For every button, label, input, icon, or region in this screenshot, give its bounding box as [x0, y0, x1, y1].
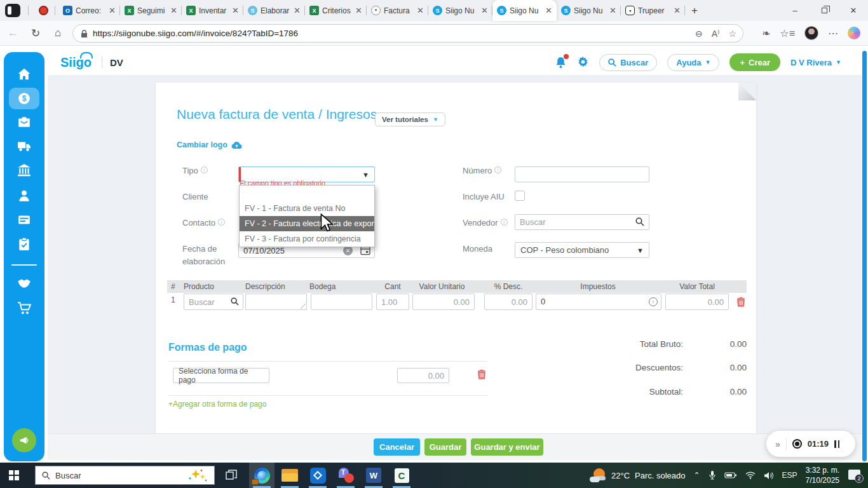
tab-close-icon[interactable]: ✕ [674, 6, 681, 15]
tutorials-button[interactable]: Ver tutoriales ▼ [375, 112, 445, 126]
tipo-option-3[interactable]: FV - 3 - Factura por contingencia [240, 231, 374, 247]
save-button[interactable]: Guardar [424, 438, 466, 456]
tab-inventario[interactable]: XInventar✕ [182, 0, 243, 21]
announcements-button[interactable] [12, 428, 36, 452]
help-button[interactable]: Ayuda ▼ [667, 54, 719, 71]
weather-widget[interactable]: 22°C Parc. soleado [590, 468, 686, 482]
siigo-logo[interactable]: Siigo [60, 55, 92, 70]
truck-icon[interactable] [17, 139, 31, 153]
home-icon[interactable] [17, 67, 31, 81]
settings-menu-icon[interactable]: ⋯ [828, 27, 838, 39]
payment-amount-input[interactable] [397, 368, 449, 383]
card-icon[interactable] [17, 213, 31, 227]
tab-close-icon[interactable]: ✕ [609, 6, 616, 15]
handshake-icon[interactable] [17, 276, 31, 290]
record-icon[interactable] [792, 439, 802, 449]
vendedor-input[interactable] [515, 214, 649, 230]
bodega-input[interactable] [311, 294, 372, 310]
language-indicator[interactable]: ESP [782, 471, 797, 480]
taskbar-app-explorer[interactable] [277, 463, 302, 488]
tab-actions-menu-icon[interactable] [5, 4, 20, 17]
add-payment-link[interactable]: +Agregar otra forma de pago [168, 400, 266, 409]
taskbar-app-word[interactable]: W [361, 463, 386, 488]
pause-icon[interactable] [834, 440, 839, 448]
descripcion-textarea[interactable] [245, 294, 307, 310]
url-text[interactable]: https://siigonube.siigo.com/#/invoice/82… [93, 29, 686, 38]
dollar-icon[interactable]: $ [17, 92, 31, 105]
microphone-icon[interactable] [709, 470, 716, 480]
gear-icon[interactable] [577, 57, 589, 69]
aiu-checkbox[interactable] [515, 191, 525, 201]
tab-siigo-active[interactable]: SSiigo Nu✕ [492, 0, 557, 21]
clear-date-icon[interactable]: ✕ [343, 246, 353, 255]
browser-essentials-icon[interactable]: ❧ [762, 27, 770, 39]
battery-icon[interactable] [724, 471, 737, 479]
address-bar[interactable]: https://siigonube.siigo.com/#/invoice/82… [72, 24, 743, 43]
tab-close-icon[interactable]: ✕ [294, 6, 301, 15]
global-search-button[interactable]: Buscar [599, 54, 657, 71]
taskbar-app-teams[interactable] [333, 463, 358, 488]
tab-close-icon[interactable]: ✕ [355, 6, 362, 15]
valor-unitario-input[interactable] [412, 294, 475, 310]
notification-center-button[interactable]: 2 [848, 469, 862, 482]
page-zoom-icon[interactable]: ⊖ [695, 29, 703, 39]
wifi-icon[interactable] [745, 471, 756, 479]
numero-input[interactable] [515, 166, 649, 182]
tab-criterios[interactable]: XCriterios✕ [305, 0, 367, 21]
recording-indicator-icon[interactable] [39, 6, 48, 15]
tipo-option-1[interactable]: FV - 1 - Factura de venta No [240, 201, 374, 216]
info-icon[interactable]: i [201, 166, 208, 173]
copilot-icon[interactable] [848, 27, 860, 39]
valor-total-input[interactable] [665, 294, 729, 310]
user-menu[interactable]: D V Rivera ▼ [790, 58, 841, 67]
tab-close-icon[interactable]: ✕ [545, 6, 552, 15]
tab-trupeer[interactable]: ▪Trupeer✕ [621, 0, 685, 21]
tab-close-icon[interactable]: ✕ [417, 6, 424, 15]
taskbar-app-edge[interactable] [249, 463, 275, 488]
payment-method-select[interactable]: Selecciona forma de pago [173, 368, 269, 383]
tab-close-icon[interactable]: ✕ [232, 6, 239, 15]
taskbar-search[interactable]: Buscar [35, 466, 215, 485]
briefcase-icon[interactable] [17, 115, 31, 129]
collapse-recorder-icon[interactable]: » [775, 439, 780, 449]
favorite-star-icon[interactable]: ☆ [728, 29, 736, 39]
impuestos-input[interactable]: 0 ↑ [536, 294, 661, 310]
restore-button[interactable] [810, 0, 839, 21]
taskbar-app-remote[interactable] [305, 463, 330, 488]
bank-icon[interactable] [17, 163, 31, 177]
tab-correo[interactable]: OCorreo:✕ [58, 0, 120, 21]
page-scrollbar[interactable] [862, 51, 867, 461]
moneda-select[interactable]: COP - Peso colombiano ▼ [515, 242, 649, 258]
tab-close-icon[interactable]: ✕ [481, 6, 488, 15]
change-logo-link[interactable]: Cambiar logo [177, 140, 242, 149]
tab-close-icon[interactable]: ✕ [109, 6, 116, 15]
tab-elaborar[interactable]: SElaborar✕ [243, 0, 305, 21]
clipboard-icon[interactable] [17, 237, 31, 251]
create-button[interactable]: + Crear [729, 53, 780, 71]
task-view-button[interactable] [220, 463, 243, 488]
tab-siigo-3[interactable]: SSiigo Nu✕ [557, 0, 621, 21]
desc-pct-input[interactable] [484, 294, 532, 310]
tab-close-icon[interactable]: ✕ [170, 6, 177, 15]
tab-siigo-1[interactable]: SSiigo Nu✕ [428, 0, 492, 21]
favorites-bar-icon[interactable]: ☆≡ [780, 27, 795, 39]
person-icon[interactable] [17, 189, 31, 203]
save-and-send-button[interactable]: Guardar y enviar [471, 438, 543, 456]
cancel-button[interactable]: Cancelar [374, 438, 420, 456]
notifications-bell-button[interactable] [555, 56, 567, 69]
expand-taxes-icon[interactable]: ↑ [649, 297, 658, 306]
info-icon[interactable]: i [494, 166, 501, 173]
delete-payment-icon[interactable] [477, 369, 486, 379]
minimize-button[interactable]: – [780, 0, 810, 21]
taskbar-app-clipchamp[interactable]: C [389, 463, 414, 488]
tab-seguimiento[interactable]: XSeguimi✕ [120, 0, 182, 21]
back-icon[interactable]: ← [8, 27, 18, 39]
read-aloud-icon[interactable]: A⁾ [712, 29, 720, 39]
cart-icon[interactable] [17, 301, 31, 315]
start-button[interactable] [0, 463, 28, 488]
clock[interactable]: 3:32 p. m. 7/10/2025 [806, 465, 839, 485]
cant-input[interactable] [376, 294, 409, 310]
info-icon[interactable]: i [218, 219, 225, 226]
volume-icon[interactable] [764, 471, 774, 480]
info-icon[interactable]: i [501, 219, 508, 226]
